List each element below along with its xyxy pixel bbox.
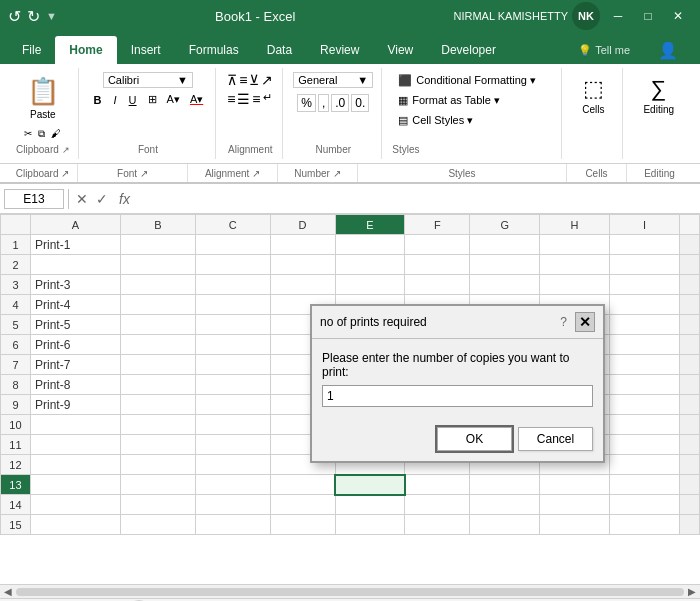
align-bottom-btn[interactable]: ⊻ (249, 72, 259, 88)
quick-access-bar: ▼ (46, 10, 57, 22)
editing-icon: ∑ (651, 76, 667, 102)
tab-insert[interactable]: Insert (117, 36, 175, 64)
tab-formulas[interactable]: Formulas (175, 36, 253, 64)
editing-section-label: Editing (627, 164, 692, 182)
styles-items: ⬛ Conditional Formatting ▾ ▦ Format as T… (392, 72, 553, 129)
copy-icon[interactable]: ⧉ (36, 126, 47, 142)
dialog-close-button[interactable]: ✕ (575, 312, 595, 332)
formula-bar-separator (68, 189, 69, 209)
percent-btn[interactable]: % (297, 94, 316, 112)
tab-file[interactable]: File (8, 36, 55, 64)
cancel-formula-btn[interactable]: ✕ (73, 191, 91, 207)
ribbon: 📋 Paste ✂ ⧉ 🖌 Clipboard ↗ Calibri▼ B I U… (0, 64, 700, 164)
wrap-text-btn[interactable]: ↵ (263, 91, 272, 107)
number-format-select[interactable]: General▼ (293, 72, 373, 88)
editing-group: ∑ Editing _ (625, 68, 692, 159)
dialog-overlay: no of prints required ? ✕ Please enter t… (0, 214, 700, 584)
number-section-label: Number ↗ (278, 164, 358, 182)
fill-color-btn[interactable]: A▾ (163, 92, 184, 108)
user-name: NIRMAL KAMISHETTY (454, 10, 569, 22)
format-table-icon: ▦ (398, 94, 408, 107)
title-bar-right: NIRMAL KAMISHETTY NK ─ □ ✕ (454, 2, 693, 30)
font-group: Calibri▼ B I U ⊞ A▾ A▾ Font (81, 68, 217, 159)
dialog-cancel-button[interactable]: Cancel (518, 427, 593, 451)
cell-styles-btn[interactable]: ▤ Cell Styles ▾ (392, 112, 553, 129)
horizontal-scrollbar[interactable]: ◀ ▶ (0, 584, 700, 598)
align-middle-btn[interactable]: ≡ (239, 72, 247, 88)
cut-icon[interactable]: ✂ (22, 126, 34, 142)
cell-styles-icon: ▤ (398, 114, 408, 127)
cells-btn[interactable]: ⬚ Cells (572, 72, 614, 119)
ribbon-section-labels: Clipboard ↗ Font ↗ Alignment ↗ Number ↗ … (0, 164, 700, 184)
dialog-title-controls: ? ✕ (560, 312, 595, 332)
alignment-label: Alignment (228, 144, 272, 155)
dialog-title: no of prints required (320, 315, 427, 329)
paste-button[interactable]: 📋 Paste (21, 72, 65, 124)
tab-review[interactable]: Review (306, 36, 373, 64)
alignment-section-label: Alignment ↗ (188, 164, 278, 182)
font-family-select[interactable]: Calibri▼ (103, 72, 193, 88)
formula-input[interactable] (138, 190, 696, 208)
dialog-body: Please enter the number of copies you wa… (312, 339, 603, 419)
title-bar-left: ↺ ↻ ▼ (8, 7, 57, 26)
tab-data[interactable]: Data (253, 36, 306, 64)
styles-label: Styles (392, 144, 419, 155)
underline-btn[interactable]: U (124, 92, 142, 108)
dialog-help-btn[interactable]: ? (560, 315, 567, 329)
tell-me[interactable]: 💡 Tell me (564, 36, 644, 64)
clipboard-label: Clipboard ↗ (16, 144, 70, 155)
window-title: Book1 - Excel (57, 9, 454, 24)
user-avatar[interactable]: NK (572, 2, 600, 30)
formula-bar: ✕ ✓ fx (0, 184, 700, 214)
cells-section-label: Cells (567, 164, 627, 182)
border-btn[interactable]: ⊞ (144, 92, 161, 108)
fx-label: fx (115, 191, 134, 207)
sheet-container: A B C D E F G H I 1 Print-1 (0, 214, 700, 584)
enter-formula-btn[interactable]: ✓ (93, 191, 111, 207)
rotate-text-btn[interactable]: ↗ (261, 72, 273, 88)
conditional-formatting-btn[interactable]: ⬛ Conditional Formatting ▾ (392, 72, 553, 89)
dialog-input[interactable] (322, 385, 593, 407)
cells-icon: ⬚ (583, 76, 604, 102)
number-label: Number (315, 144, 351, 155)
bold-btn[interactable]: B (89, 92, 107, 108)
number-group: General▼ % , .0 0. Number (285, 68, 382, 159)
font-color-btn[interactable]: A▾ (186, 92, 207, 108)
format-as-table-btn[interactable]: ▦ Format as Table ▾ (392, 92, 553, 109)
spreadsheet: A B C D E F G H I 1 Print-1 (0, 214, 700, 584)
name-box[interactable] (4, 189, 64, 209)
dialog-buttons: OK Cancel (312, 419, 603, 461)
align-right-btn[interactable]: ≡ (252, 91, 260, 107)
dialog: no of prints required ? ✕ Please enter t… (310, 304, 605, 463)
font-label: Font (138, 144, 158, 155)
dialog-ok-button[interactable]: OK (437, 427, 512, 451)
formula-bar-buttons: ✕ ✓ (73, 191, 111, 207)
maximize-button[interactable]: □ (634, 2, 662, 30)
paste-icon: 📋 (27, 76, 59, 107)
italic-btn[interactable]: I (109, 92, 122, 108)
decrease-decimal-btn[interactable]: 0. (351, 94, 369, 112)
format-painter-icon[interactable]: 🖌 (49, 126, 63, 142)
editing-btn[interactable]: ∑ Editing (633, 72, 684, 119)
align-center-btn[interactable]: ☰ (237, 91, 250, 107)
alignment-group: ⊼ ≡ ⊻ ↗ ≡ ☰ ≡ ↵ Alignment (218, 68, 283, 159)
styles-section-label: Styles (358, 164, 567, 182)
redo-icon[interactable]: ↻ (27, 7, 40, 26)
align-left-btn[interactable]: ≡ (227, 91, 235, 107)
font-section-label: Font ↗ (78, 164, 188, 182)
undo-icon[interactable]: ↺ (8, 7, 21, 26)
minimize-button[interactable]: ─ (604, 2, 632, 30)
tab-home[interactable]: Home (55, 36, 116, 64)
cells-group: ⬚ Cells _ (564, 68, 623, 159)
conditional-formatting-icon: ⬛ (398, 74, 412, 87)
dialog-label: Please enter the number of copies you wa… (322, 351, 593, 379)
window-controls: ─ □ ✕ (604, 2, 692, 30)
share-btn[interactable]: 👤 (644, 36, 692, 64)
clipboard-section-label: Clipboard ↗ (8, 164, 78, 182)
tab-developer[interactable]: Developer (427, 36, 510, 64)
comma-btn[interactable]: , (318, 94, 329, 112)
increase-decimal-btn[interactable]: .0 (331, 94, 349, 112)
align-top-btn[interactable]: ⊼ (227, 72, 237, 88)
tab-view[interactable]: View (373, 36, 427, 64)
close-button[interactable]: ✕ (664, 2, 692, 30)
